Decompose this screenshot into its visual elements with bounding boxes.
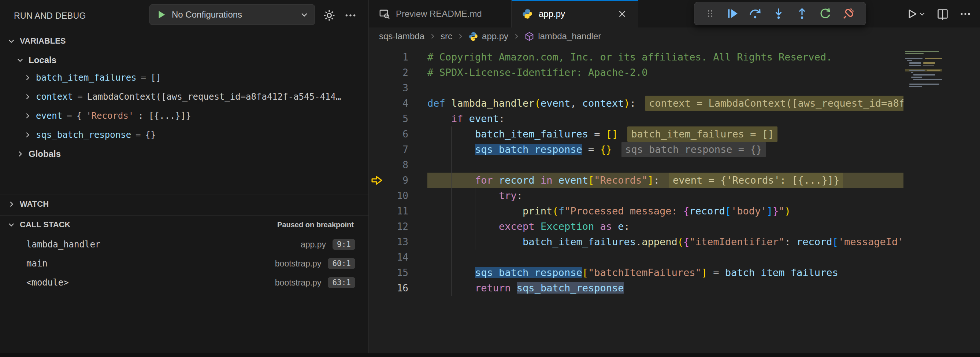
minimap[interactable]: [904, 45, 980, 357]
panel-title: RUN AND DEBUG: [14, 11, 86, 21]
close-icon[interactable]: [617, 8, 628, 19]
line-gutter[interactable]: 1: [369, 49, 427, 65]
code-token: "itemIdentifier": [689, 236, 784, 247]
line-gutter[interactable]: 4: [369, 96, 427, 111]
line-gutter[interactable]: 11: [369, 203, 427, 219]
code-line[interactable]: 11 print(f"Processed message: {record['b…: [369, 203, 980, 219]
paused-status-badge: Paused on breakpoint: [277, 221, 354, 229]
line-gutter[interactable]: 14: [369, 250, 427, 265]
call-stack-frame[interactable]: lambda_handlerapp.py9:1: [0, 235, 368, 254]
minimap-mark: [907, 60, 912, 61]
code-token: lambda_handler: [451, 97, 535, 109]
code-line[interactable]: 16 return sqs_batch_response: [369, 280, 980, 296]
toolbar-gripper-icon[interactable]: [705, 9, 715, 18]
code-line[interactable]: 6 batch_item_failures = []batch_item_fai…: [369, 126, 980, 142]
line-gutter[interactable]: 2: [369, 65, 427, 80]
line-gutter[interactable]: 3: [369, 80, 427, 96]
code-line[interactable]: 1# Copyright Amazon.com, Inc. or its aff…: [369, 49, 980, 65]
section-watch[interactable]: WATCH: [0, 195, 368, 213]
code-line[interactable]: 7 sqs_batch_response = {}sqs_batch_respo…: [369, 142, 980, 157]
call-stack-frame[interactable]: <module>bootstrap.py63:1: [0, 273, 368, 292]
variable-row[interactable]: sqs_batch_response = {}: [0, 125, 368, 144]
code-line[interactable]: 9 for record in event["Records"]:event =…: [369, 173, 980, 188]
minimap-mark: [909, 65, 921, 66]
run-button[interactable]: [906, 8, 926, 20]
debug-config-label: No Configurations: [172, 10, 295, 20]
code-token: sqs_batch_response: [475, 144, 582, 155]
debug-config-dropdown[interactable]: No Configurations: [150, 5, 315, 25]
line-gutter[interactable]: 15: [369, 265, 427, 280]
code-token: 'messageId': [838, 236, 904, 247]
debug-continue-button[interactable]: [726, 7, 738, 20]
inline-debug-value: batch_item_failures = []: [627, 126, 778, 142]
code-token: }: [773, 205, 779, 217]
minimap-mark: [909, 70, 925, 71]
debug-step-out-button[interactable]: [796, 7, 808, 20]
line-gutter[interactable]: 7: [369, 142, 427, 157]
line-gutter[interactable]: 6: [369, 126, 427, 142]
chevron-right-icon: [7, 200, 15, 208]
line-gutter[interactable]: 12: [369, 219, 427, 234]
section-call-stack[interactable]: CALL STACK Paused on breakpoint: [0, 216, 368, 233]
code-token: [445, 97, 451, 109]
editor-actions: [906, 0, 971, 27]
more-actions-button[interactable]: [959, 8, 971, 20]
section-variables[interactable]: VARIABLES: [0, 32, 368, 50]
code-token: # SPDX-License-Identifier: Apache-2.0: [427, 67, 648, 78]
code-line[interactable]: 12 except Exception as e:: [369, 219, 980, 234]
line-gutter[interactable]: 9: [369, 173, 427, 188]
start-debugging-icon[interactable]: [156, 9, 167, 20]
code-line[interactable]: 10 try:: [369, 188, 980, 203]
indent-guide-line: [499, 234, 499, 250]
breadcrumb-item[interactable]: lambda_handler: [524, 31, 601, 41]
code-token: "Processed message:: [564, 205, 683, 217]
tree-item-locals[interactable]: Locals: [16, 51, 56, 69]
chevron-down-icon: [16, 56, 24, 64]
variable-row[interactable]: context = LambdaContext([aws_request_id=…: [0, 87, 368, 106]
code-token: ]: [701, 267, 707, 278]
debug-step-over-button[interactable]: [749, 7, 761, 20]
line-gutter[interactable]: 16: [369, 280, 427, 296]
python-icon: [522, 8, 533, 19]
call-stack-frame[interactable]: mainbootstrap.py60:1: [0, 254, 368, 273]
variable-equals: =: [67, 111, 72, 121]
line-number: 12: [397, 219, 408, 234]
code-line[interactable]: 2# SPDX-License-Identifier: Apache-2.0: [369, 65, 980, 80]
debug-settings-button[interactable]: [323, 9, 336, 22]
code-line[interactable]: 15 sqs_batch_response["batchItemFailures…: [369, 265, 980, 280]
variable-row[interactable]: batch_item_failures = []: [0, 68, 368, 87]
code-line[interactable]: 13 batch_item_failures.append({"itemIden…: [369, 234, 980, 250]
breadcrumb-item[interactable]: sqs-lambda: [379, 31, 425, 41]
split-editor-button[interactable]: [937, 8, 948, 20]
breadcrumb-item[interactable]: app.py: [468, 31, 508, 41]
code-token: record: [499, 174, 535, 186]
minimap-hint-mark: [925, 58, 942, 59]
variable-equals: =: [135, 130, 141, 140]
code-line[interactable]: 8: [369, 157, 980, 173]
debug-disconnect-button[interactable]: [842, 7, 855, 20]
indent-guide-line: [451, 142, 452, 157]
tabs-container: Preview README.mdapp.py: [369, 0, 980, 27]
variable-value: []: [151, 73, 161, 83]
tab-app-py[interactable]: app.py: [512, 0, 638, 27]
tab-preview-readme-md[interactable]: Preview README.md: [369, 0, 512, 27]
line-number: 10: [397, 188, 408, 203]
tree-item-globals[interactable]: Globals: [16, 145, 61, 163]
debug-step-into-button[interactable]: [772, 7, 785, 20]
line-gutter[interactable]: 13: [369, 234, 427, 250]
variable-row[interactable]: event = {'Records': [{...}]}: [0, 106, 368, 125]
line-gutter[interactable]: 8: [369, 157, 427, 173]
indent-guide-line: [451, 250, 452, 265]
code-line[interactable]: 14: [369, 250, 980, 265]
code-line[interactable]: 4def lambda_handler(event, context):cont…: [369, 96, 980, 111]
code-line[interactable]: 5 if event:: [369, 111, 980, 126]
debug-restart-button[interactable]: [819, 7, 832, 20]
code-token: ]: [648, 174, 654, 186]
line-gutter[interactable]: 5: [369, 111, 427, 126]
breadcrumb-item[interactable]: src: [441, 31, 452, 41]
line-gutter[interactable]: 10: [369, 188, 427, 203]
panel-more-actions-button[interactable]: [344, 9, 357, 22]
code-editor[interactable]: 1# Copyright Amazon.com, Inc. or its aff…: [369, 45, 980, 357]
indent-guide-line: [451, 280, 452, 296]
code-line[interactable]: 3: [369, 80, 980, 96]
